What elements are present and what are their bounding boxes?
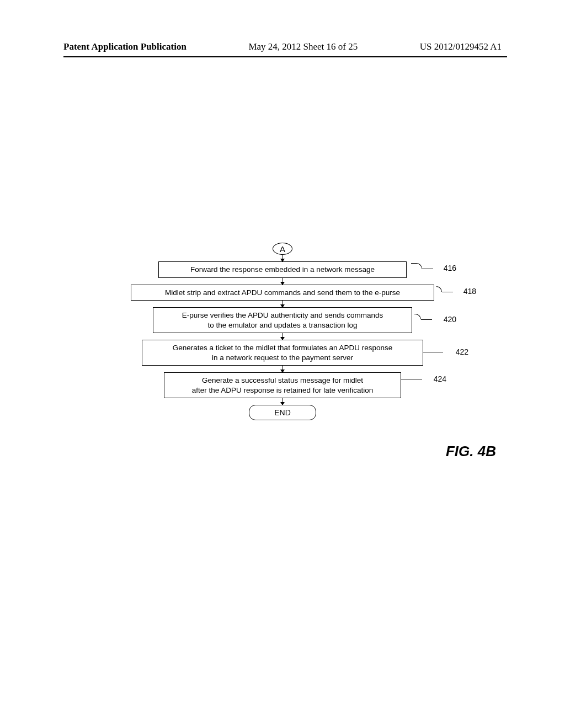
step-420-text-line2: to the emulator and updates a transactio… xyxy=(208,321,358,329)
step-422-text-line2: in a network request to the payment serv… xyxy=(212,354,353,362)
header-divider xyxy=(63,56,507,57)
step-424-text-line2: after the ADPU response is retained for … xyxy=(192,386,374,394)
step-422-box: Generates a ticket to the midlet that fo… xyxy=(142,340,423,366)
arrow xyxy=(282,255,283,261)
step-424-row: Generate a successful status message for… xyxy=(164,372,401,398)
header-publication: Patent Application Publication xyxy=(63,41,186,52)
arrow xyxy=(282,301,283,307)
step-416-box: Forward the response embedded in a netwo… xyxy=(158,261,407,278)
step-416-text: Forward the response embedded in a netwo… xyxy=(190,265,375,274)
step-418-text: Midlet strip and extract APDU commands a… xyxy=(165,288,400,297)
step-424-box: Generate a successful status message for… xyxy=(164,372,401,398)
arrow xyxy=(282,278,283,285)
header-date-sheet: May 24, 2012 Sheet 16 of 25 xyxy=(248,41,358,52)
step-420-text-line1: E-purse verifies the APDU authenticity a… xyxy=(182,311,383,319)
arrow xyxy=(282,398,283,405)
step-418-row: Midlet strip and extract APDU commands a… xyxy=(131,285,434,301)
arrow xyxy=(282,333,283,340)
connector-label: A xyxy=(280,244,285,254)
step-422-text-line1: Generates a ticket to the midlet that fo… xyxy=(173,344,392,352)
flowchart-container: A Forward the response embedded in a net… xyxy=(0,243,565,420)
step-420-label: 420 xyxy=(444,315,456,324)
figure-label: FIG. 4B xyxy=(446,443,496,460)
step-416-label: 416 xyxy=(444,264,456,272)
step-422-label: 422 xyxy=(456,347,468,356)
connector-a: A xyxy=(273,243,292,255)
step-420-box: E-purse verifies the APDU authenticity a… xyxy=(153,307,412,333)
end-terminal: END xyxy=(249,405,316,420)
step-422-row: Generates a ticket to the midlet that fo… xyxy=(142,340,423,366)
header-publication-number: US 2012/0129452 A1 xyxy=(420,41,502,52)
step-418-label: 418 xyxy=(463,287,476,296)
step-424-label: 424 xyxy=(434,374,446,383)
step-420-row: E-purse verifies the APDU authenticity a… xyxy=(153,307,412,333)
step-424-text-line1: Generate a successful status message for… xyxy=(202,376,363,384)
arrow xyxy=(282,366,283,372)
step-418-box: Midlet strip and extract APDU commands a… xyxy=(131,285,434,301)
step-416-row: Forward the response embedded in a netwo… xyxy=(158,261,407,278)
end-label: END xyxy=(274,408,291,417)
